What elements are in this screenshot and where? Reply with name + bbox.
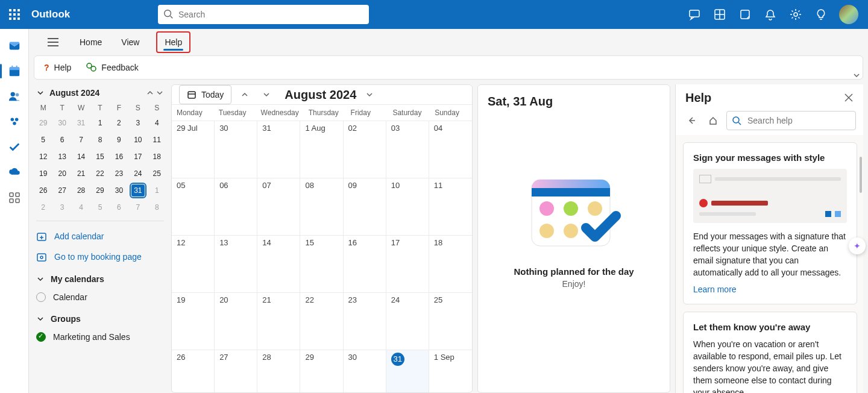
tab-help-highlighted[interactable]: Help [156,31,190,53]
notifications-icon[interactable] [758,0,782,29]
calendar-day-cell[interactable]: 24 [386,292,429,350]
mini-day[interactable]: 13 [52,148,71,165]
calendar-day-cell[interactable]: 11 [429,178,472,235]
tips-icon[interactable] [809,0,833,29]
calendar-day-cell[interactable]: 21 [257,292,300,350]
help-home-button[interactable] [705,112,722,129]
calendar-day-cell[interactable]: 28 [257,350,300,393]
mini-day[interactable]: 14 [72,148,90,165]
mini-day[interactable]: 1 [148,182,166,199]
mini-day[interactable]: 12 [34,148,52,165]
calendar-day-cell[interactable]: 31 [257,121,300,178]
calendar-day-cell[interactable]: 23 [344,292,386,350]
note-icon[interactable] [733,0,757,29]
mini-day[interactable]: 31 [128,182,147,199]
calendar-day-cell[interactable]: 25 [429,292,472,350]
calendar-day-cell[interactable]: 06 [215,178,257,235]
calendar-day-cell[interactable]: 04 [429,121,472,178]
mini-day[interactable]: 30 [52,115,71,131]
ribbon-help-button[interactable]: ? Help [44,63,71,72]
calendar-day-cell[interactable]: 07 [257,178,300,235]
nav-toggle-button[interactable] [43,33,63,52]
calendar-day-cell[interactable]: 09 [344,178,386,235]
app-launcher-button[interactable] [0,0,29,29]
calendar-day-cell[interactable]: 27 [215,350,257,393]
mini-day[interactable]: 1 [90,115,109,131]
calendar-day-cell[interactable]: 18 [429,235,472,292]
rail-people[interactable] [2,84,27,108]
calendar-day-cell[interactable]: 1 Sep [429,350,472,393]
help-search[interactable] [726,111,856,130]
mini-day[interactable]: 8 [90,131,109,148]
next-period-button[interactable] [258,86,275,103]
calendar-day-cell[interactable]: 30 [344,350,386,393]
prev-period-button[interactable] [236,86,253,103]
mini-day[interactable]: 4 [72,199,90,216]
ribbon-feedback-button[interactable]: Feedback [86,62,138,73]
rail-groups[interactable] [2,110,27,134]
mini-day[interactable]: 7 [128,199,147,216]
mini-day[interactable]: 25 [148,165,166,182]
tab-view[interactable]: View [119,29,142,55]
mini-day[interactable]: 22 [90,165,109,182]
calendar-day-cell[interactable]: 10 [386,178,429,235]
calendar-day-cell[interactable]: 16 [344,235,386,292]
help-close-button[interactable] [844,93,854,102]
mini-day[interactable]: 10 [128,131,147,148]
tab-home[interactable]: Home [77,29,104,55]
card-link-learn-more[interactable]: Learn more [693,285,737,294]
my-calendars-section[interactable]: My calendars [34,267,166,288]
calendar-day-cell[interactable]: 19 [172,292,215,350]
calendar-day-cell[interactable]: 29 Jul [172,121,215,178]
calendar-day-cell[interactable]: 03 [386,121,429,178]
mini-day[interactable]: 19 [34,165,52,182]
mini-day[interactable]: 7 [72,131,90,148]
mini-day[interactable]: 6 [110,199,128,216]
mini-day[interactable]: 16 [110,148,128,165]
mini-day[interactable]: 8 [148,199,166,216]
global-search[interactable] [158,5,369,24]
groups-section[interactable]: Groups [34,307,166,327]
calendar-day-cell[interactable]: 1 Aug [300,121,343,178]
mini-next-month[interactable] [156,89,164,97]
mini-day[interactable]: 11 [148,131,166,148]
month-picker-toggle[interactable] [361,86,378,103]
calendar-day-cell[interactable]: 31 [386,350,429,393]
booking-page-link[interactable]: Go to my booking page [34,247,166,267]
help-back-button[interactable] [683,112,700,129]
copilot-sparkle-button[interactable]: ✦ [849,237,866,254]
calendar-day-cell[interactable]: 05 [172,178,215,235]
mini-day[interactable]: 30 [110,182,128,199]
mini-day[interactable]: 2 [34,199,52,216]
search-input[interactable] [158,5,369,24]
mini-day[interactable]: 3 [128,115,147,131]
settings-icon[interactable] [784,0,808,29]
mini-day[interactable]: 28 [72,182,90,199]
mini-day[interactable]: 24 [128,165,147,182]
chevron-down-icon[interactable] [36,89,45,97]
ribbon-collapse-toggle[interactable] [853,72,860,79]
calendar-day-cell[interactable]: 22 [300,292,343,350]
mini-day[interactable]: 27 [52,182,71,199]
help-search-input[interactable] [746,115,851,126]
account-avatar[interactable] [839,5,858,24]
mini-day[interactable]: 4 [148,115,166,131]
rail-calendar[interactable] [2,59,27,83]
mini-day[interactable]: 18 [148,148,166,165]
group-item-marketing[interactable]: Marketing and Sales [34,327,166,347]
mini-day[interactable]: 31 [72,115,90,131]
rail-onedrive[interactable] [2,160,27,184]
mini-day[interactable]: 2 [110,115,128,131]
calendar-day-cell[interactable]: 14 [257,235,300,292]
rail-todo[interactable] [2,135,27,159]
calendar-day-cell[interactable]: 26 [172,350,215,393]
mini-day[interactable]: 5 [34,131,52,148]
mini-day[interactable]: 5 [90,199,109,216]
mini-day[interactable]: 29 [90,182,109,199]
chat-icon[interactable] [682,0,706,29]
calendar-day-cell[interactable]: 30 [215,121,257,178]
rail-mail[interactable] [2,34,27,58]
mini-day[interactable]: 26 [34,182,52,199]
calendar-day-cell[interactable]: 15 [300,235,343,292]
teams-icon[interactable] [708,0,732,29]
